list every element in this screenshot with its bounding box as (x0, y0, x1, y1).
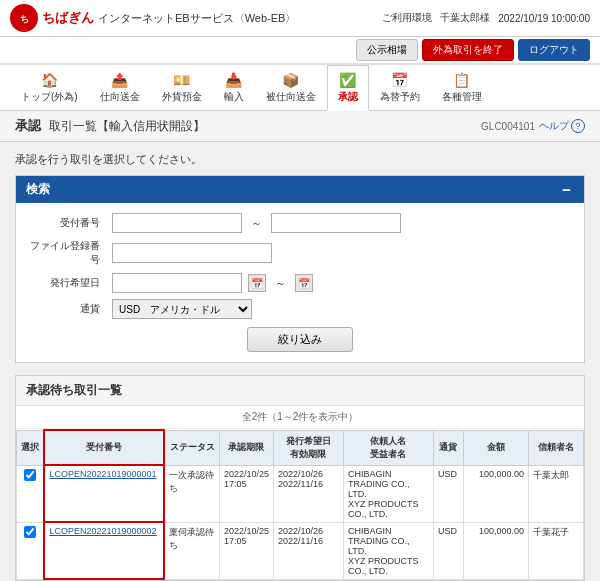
file-no-label: ファイル登録番号 (26, 239, 106, 267)
collapse-button[interactable]: － (558, 182, 574, 198)
logout-button[interactable]: ログアウト (518, 39, 590, 61)
management-icon: 📋 (453, 72, 470, 88)
row1-ref-cell: LCOPEN20221019000001 (44, 465, 164, 522)
tab-export-label: 被仕向送金 (266, 90, 316, 104)
row1-trustee: 千葉太郎 (528, 465, 583, 522)
export-icon: 📦 (282, 72, 299, 88)
page-title-bar: 承認 取引一覧【輸入信用状開設】 GLC004101 ヘルプ ? (0, 111, 600, 142)
help-button[interactable]: ヘルプ ? (539, 119, 585, 133)
range-tilde: ～ (248, 216, 265, 231)
th-trustee: 信頼者名 (528, 430, 583, 465)
tab-foreign[interactable]: 💴 外貨預金 (151, 65, 213, 110)
tab-remittance-label: 仕向送金 (100, 90, 140, 104)
section-title: 承認 (15, 117, 41, 135)
tab-management[interactable]: 📋 各種管理 (431, 65, 493, 110)
currency-select[interactable]: USD アメリカ・ドル (112, 299, 252, 319)
search-button[interactable]: 絞り込み (247, 327, 353, 352)
row1-approval-date: 2022/10/25 17:05 (219, 465, 273, 522)
remittance-icon: 📤 (111, 72, 128, 88)
public-rate-button[interactable]: 公示相場 (356, 39, 418, 61)
tab-foreign-label: 外貨預金 (162, 90, 202, 104)
th-select: 選択 (17, 430, 45, 465)
tab-import[interactable]: 📥 輸入 (213, 65, 255, 110)
tab-management-label: 各種管理 (442, 90, 482, 104)
issue-date-from-calendar-button[interactable]: 📅 (248, 274, 266, 292)
table-row: LCOPEN20221019000002 稟伺承認待ち 2022/10/25 1… (17, 522, 584, 579)
receipt-no-to-input[interactable] (271, 213, 401, 233)
row1-issue-date: 2022/10/26 2022/11/16 (274, 465, 344, 522)
search-section: 検索 － 受付番号 ～ ファイル登録番号 発行希望日 📅 ～ 📅 (15, 175, 585, 363)
row1-ref-link[interactable]: LCOPEN20221019000001 (49, 469, 156, 479)
row2-trustee: 千葉花子 (528, 522, 583, 579)
file-no-input[interactable] (112, 243, 272, 263)
row1-currency: USD (433, 465, 463, 522)
th-amount: 金額 (463, 430, 528, 465)
header-user-area: ご利用環境 千葉太郎様 2022/10/19 10:00:00 (382, 11, 590, 25)
currency-row: 通貨 USD アメリカ・ドル (26, 299, 574, 319)
user-label: ご利用環境 (382, 11, 432, 25)
user-name: 千葉太郎様 (440, 11, 490, 25)
search-btn-row: 絞り込み (26, 327, 574, 352)
svg-text:ち: ち (20, 14, 29, 24)
user-date: 2022/10/19 10:00:00 (498, 13, 590, 24)
row1-requester: CHIBAGIN TRADING CO., LTD. XYZ PRODUCTS … (343, 465, 433, 522)
tab-top[interactable]: 🏠 トップ(外為) (10, 65, 89, 110)
logo-icon: ち (10, 4, 38, 32)
page-code-area: GLC004101 ヘルプ ? (481, 119, 585, 133)
table-row: LCOPEN20221019000001 一次承認待ち 2022/10/25 1… (17, 465, 584, 522)
tab-top-label: トップ(外為) (21, 90, 78, 104)
row1-amount: 100,000.00 (463, 465, 528, 522)
th-ref-no: 受付番号 (44, 430, 164, 465)
row2-checkbox[interactable] (24, 526, 36, 538)
row2-currency: USD (433, 522, 463, 579)
row1-checkbox[interactable] (24, 469, 36, 481)
search-header: 検索 － (16, 176, 584, 203)
th-requester: 依頼人名受益者名 (343, 430, 433, 465)
table-header-row: 選択 受付番号 ステータス 承認期限 発行希望日有効期限 依頼人名受益者名 通貨… (17, 430, 584, 465)
logo-area: ち ちばぎん インターネットEBサービス〈Web-EB〉 (10, 4, 296, 32)
receipt-no-from-input[interactable] (112, 213, 242, 233)
title-area: 承認 取引一覧【輸入信用状開設】 (15, 117, 205, 135)
search-title: 検索 (26, 181, 50, 198)
tab-schedule[interactable]: 📅 為替予約 (369, 65, 431, 110)
row2-issue-date: 2022/10/26 2022/11/16 (274, 522, 344, 579)
nav-tabs: 🏠 トップ(外為) 📤 仕向送金 💴 外貨預金 📥 輸入 📦 被仕向送金 ✅ 承… (0, 65, 600, 111)
issue-date-label: 発行希望日 (26, 276, 106, 290)
tab-import-label: 輸入 (224, 90, 244, 104)
page-header: ち ちばぎん インターネットEBサービス〈Web-EB〉 ご利用環境 千葉太郎様… (0, 0, 600, 37)
tab-export[interactable]: 📦 被仕向送金 (255, 65, 327, 110)
main-content: 承認を行う取引を選択してください。 検索 － 受付番号 ～ ファイル登録番号 発… (0, 142, 600, 581)
row1-status: 一次承認待ち (164, 465, 219, 522)
tab-approval-label: 承認 (338, 90, 358, 104)
main-table: 選択 受付番号 ステータス 承認期限 発行希望日有効期限 依頼人名受益者名 通貨… (16, 429, 584, 580)
instruction-text: 承認を行う取引を選択してください。 (15, 152, 585, 167)
table-info: 全2件（1～2件を表示中） (16, 406, 584, 429)
range-tilde2: ～ (272, 276, 289, 291)
row2-checkbox-cell (17, 522, 45, 579)
receipt-no-row: 受付番号 ～ (26, 213, 574, 233)
th-approval-date: 承認期限 (219, 430, 273, 465)
currency-label: 通貨 (26, 302, 106, 316)
foreign-icon: 💴 (173, 72, 190, 88)
logo-brand: ちばぎん (42, 9, 94, 27)
row2-amount: 100,000.00 (463, 522, 528, 579)
tab-schedule-label: 為替予約 (380, 90, 420, 104)
row2-requester: CHIBAGIN TRADING CO., LTD. XYZ PRODUCTS … (343, 522, 433, 579)
issue-date-from-input[interactable] (112, 273, 242, 293)
issue-date-row: 発行希望日 📅 ～ 📅 (26, 273, 574, 293)
tab-approval[interactable]: ✅ 承認 (327, 65, 369, 111)
top-icon: 🏠 (41, 72, 58, 88)
tab-remittance[interactable]: 📤 仕向送金 (89, 65, 151, 110)
row2-status: 稟伺承認待ち (164, 522, 219, 579)
issue-date-to-calendar-button[interactable]: 📅 (295, 274, 313, 292)
page-code-text: GLC004101 (481, 121, 535, 132)
end-foreign-button[interactable]: 外為取引を終了 (422, 39, 514, 61)
row2-ref-link[interactable]: LCOPEN20221019000002 (49, 526, 156, 536)
th-issue-date: 発行希望日有効期限 (274, 430, 344, 465)
table-title: 承認待ち取引一覧 (16, 376, 584, 406)
page-subtitle: 取引一覧【輸入信用状開設】 (49, 118, 205, 135)
table-section: 承認待ち取引一覧 全2件（1～2件を表示中） 選択 受付番号 ステータス 承認期… (15, 375, 585, 581)
schedule-icon: 📅 (391, 72, 408, 88)
file-no-row: ファイル登録番号 (26, 239, 574, 267)
logo-service: インターネットEBサービス〈Web-EB〉 (98, 11, 296, 26)
